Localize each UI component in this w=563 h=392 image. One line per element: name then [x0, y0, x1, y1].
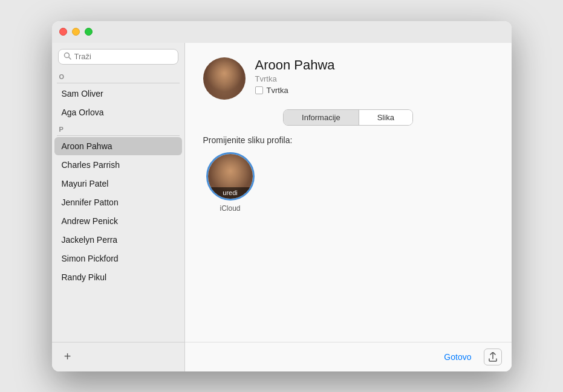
contact-item[interactable]: Randy Pikul: [54, 268, 182, 286]
contact-item[interactable]: Sam Oliver: [54, 85, 182, 103]
search-input-wrapper[interactable]: [58, 49, 178, 65]
detail-panel: Aroon Pahwa Tvrtka Tvrtka Informacije Sl…: [185, 43, 512, 371]
tab-slika[interactable]: Slika: [359, 110, 412, 125]
close-button[interactable]: [59, 28, 67, 36]
contact-avatar: [203, 57, 246, 100]
company-checkbox-row: Tvrtka: [255, 86, 493, 95]
profile-photo[interactable]: uredi: [206, 152, 255, 201]
svg-line-1: [68, 57, 70, 59]
detail-bottom-bar: Gotovo: [185, 342, 512, 371]
company-field-label: Tvrtka: [255, 74, 493, 83]
contact-info: Aroon Pahwa Tvrtka Tvrtka: [255, 57, 493, 95]
done-button[interactable]: Gotovo: [437, 350, 478, 364]
contact-item-selected[interactable]: Aroon Pahwa: [54, 137, 182, 155]
company-checkbox-label: Tvrtka: [267, 86, 288, 95]
contact-item[interactable]: Andrew Penick: [54, 212, 182, 230]
contact-item[interactable]: Mayuri Patel: [54, 175, 182, 193]
search-bar: [52, 43, 184, 69]
photo-section: Promijenite sliku profila: uredi iCloud: [185, 135, 512, 225]
contact-item[interactable]: Simon Pickford: [54, 249, 182, 268]
contact-item[interactable]: Jackelyn Perra: [54, 231, 182, 249]
section-header-o: O: [52, 69, 184, 82]
tabs-container: Informacije Slika: [283, 109, 413, 126]
detail-header: Aroon Pahwa Tvrtka Tvrtka: [185, 43, 512, 109]
sidebar-bottom: +: [52, 342, 184, 371]
add-contact-button[interactable]: +: [59, 349, 76, 365]
titlebar: [52, 21, 512, 43]
contact-item[interactable]: Aga Orlova: [54, 103, 182, 121]
maximize-button[interactable]: [85, 28, 93, 36]
photo-source-label: iCloud: [220, 204, 240, 213]
tab-informacije[interactable]: Informacije: [284, 110, 359, 125]
sidebar: O Sam Oliver Aga Orlova P Aroon Pahwa Ch…: [52, 43, 185, 371]
contacts-window: O Sam Oliver Aga Orlova P Aroon Pahwa Ch…: [52, 21, 512, 371]
section-header-p: P: [52, 122, 184, 134]
search-icon: [63, 52, 71, 62]
contact-item[interactable]: Jennifer Patton: [54, 193, 182, 211]
share-icon: [489, 352, 497, 362]
company-checkbox[interactable]: [255, 86, 263, 94]
share-button[interactable]: [484, 349, 502, 365]
photo-edit-overlay[interactable]: uredi: [208, 187, 253, 199]
detail-tabs: Informacije Slika: [185, 109, 512, 135]
contact-name: Aroon Pahwa: [255, 57, 493, 73]
profile-photo-wrapper: uredi iCloud: [203, 152, 258, 213]
search-input[interactable]: [74, 52, 173, 61]
contact-item[interactable]: Charles Parrish: [54, 156, 182, 174]
avatar-image: [203, 57, 246, 100]
main-content: O Sam Oliver Aga Orlova P Aroon Pahwa Ch…: [52, 43, 512, 371]
contact-list: O Sam Oliver Aga Orlova P Aroon Pahwa Ch…: [52, 69, 184, 342]
photo-section-label: Promijenite sliku profila:: [203, 135, 493, 145]
minimize-button[interactable]: [72, 28, 80, 36]
